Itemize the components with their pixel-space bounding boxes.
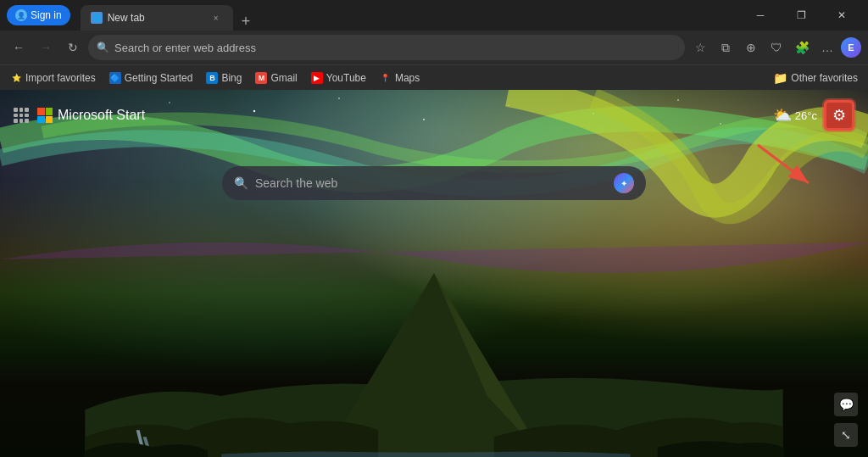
fav-maps[interactable]: 📍 Maps [376,70,423,86]
bottom-right-controls: 💬 ⤡ [834,393,858,447]
new-tab-button[interactable]: + [236,13,256,31]
profile-icon: 👤 [15,9,27,21]
favorites-icon-button[interactable]: ☆ [688,36,712,59]
ms-header-right: ⛅ 26°c ⚙ [773,100,854,131]
sign-in-button[interactable]: 👤 Sign in [7,5,70,25]
more-tools-button[interactable]: … [815,36,839,59]
address-bar[interactable]: 🔍 Search or enter web address [88,35,685,60]
browser-window: 👤 Sign in 🌐 New tab × + ─ ❐ ✕ ← → ↻ 🔍 Se… [0,0,868,457]
title-bar: 👤 Sign in 🌐 New tab × + ─ ❐ ✕ [0,0,868,31]
app-grid-button[interactable] [14,108,29,123]
tab-favicon: 🌐 [91,12,103,24]
nav-right-icons: ☆ ⧉ ⊕ 🛡 🧩 … E [688,36,861,59]
add-favorites-button[interactable]: ⊕ [739,36,763,59]
forward-button[interactable]: → [34,36,58,59]
fav-gmail-icon: M [255,72,267,84]
main-content: Microsoft Start ⛅ 26°c ⚙ 🔍 Search the we [0,90,868,457]
settings-icon: ⚙ [832,106,846,125]
fav-import-icon: ⭐ [10,72,22,84]
fav-getting-started-label: Getting Started [125,72,193,84]
ms-start-title: Microsoft Start [58,108,145,123]
fav-youtube-icon: ▶ [311,72,323,84]
search-container: 🔍 Search the web ✦ [0,166,868,200]
feedback-button[interactable]: 💬 [834,393,858,416]
refresh-button[interactable]: ↻ [61,36,85,59]
tab-title: New tab [108,12,204,24]
expand-button[interactable]: ⤡ [834,423,858,447]
other-favorites-button[interactable]: 📁 Other favorites [770,70,861,86]
fav-youtube[interactable]: ▶ YouTube [308,70,370,86]
favorites-bar: ⭐ Import favorites 🔷 Getting Started B B… [0,64,868,90]
fav-import[interactable]: ⭐ Import favorites [7,70,99,86]
other-favorites-label: Other favorites [791,72,858,84]
fav-getting-started[interactable]: 🔷 Getting Started [106,70,197,86]
copilot-icon: ✦ [614,173,634,193]
weather-icon: ⛅ [773,106,792,125]
fav-bing[interactable]: B Bing [203,70,245,86]
search-bar[interactable]: 🔍 Search the web ✦ [222,166,646,200]
fav-getting-started-icon: 🔷 [109,72,121,84]
profile-avatar[interactable]: E [841,37,861,58]
sign-in-label: Sign in [31,9,62,21]
browser-essentials-button[interactable]: 🛡 [765,36,788,59]
tab-actions-button[interactable]: ⧉ [714,36,737,59]
fav-bing-icon: B [206,72,218,84]
fav-youtube-label: YouTube [326,72,366,84]
fav-maps-icon: 📍 [380,72,392,84]
active-tab[interactable]: 🌐 New tab × [81,5,233,31]
weather-widget[interactable]: ⛅ 26°c [773,106,817,125]
fav-gmail-label: Gmail [270,72,297,84]
search-placeholder: Search the web [255,176,607,190]
address-bar-text: Search or enter web address [114,42,676,54]
restore-button[interactable]: ❐ [782,2,821,29]
fav-maps-label: Maps [395,72,420,84]
ms-logo-squares [37,108,53,123]
tab-close-button[interactable]: × [209,11,223,25]
extensions-button[interactable]: 🧩 [790,36,814,59]
back-button[interactable]: ← [7,36,31,59]
search-bar-icon: 🔍 [234,176,248,190]
minimize-button[interactable]: ─ [741,2,780,29]
ms-header: Microsoft Start ⛅ 26°c ⚙ [0,90,868,141]
weather-temperature: 26°c [795,109,817,122]
window-controls: ─ ❐ ✕ [741,2,861,29]
settings-button[interactable]: ⚙ [824,100,854,131]
ms-logo: Microsoft Start [37,108,145,123]
close-button[interactable]: ✕ [822,2,861,29]
fav-gmail[interactable]: M Gmail [252,70,300,86]
fav-import-label: Import favorites [25,72,96,84]
newtab-overlay: Microsoft Start ⛅ 26°c ⚙ 🔍 Search the we [0,90,868,457]
folder-icon: 📁 [773,71,787,85]
nav-bar: ← → ↻ 🔍 Search or enter web address ☆ ⧉ … [0,31,868,64]
tab-bar: 🌐 New tab × + [81,0,736,31]
fav-bing-label: Bing [221,72,242,84]
search-icon: 🔍 [97,42,109,53]
